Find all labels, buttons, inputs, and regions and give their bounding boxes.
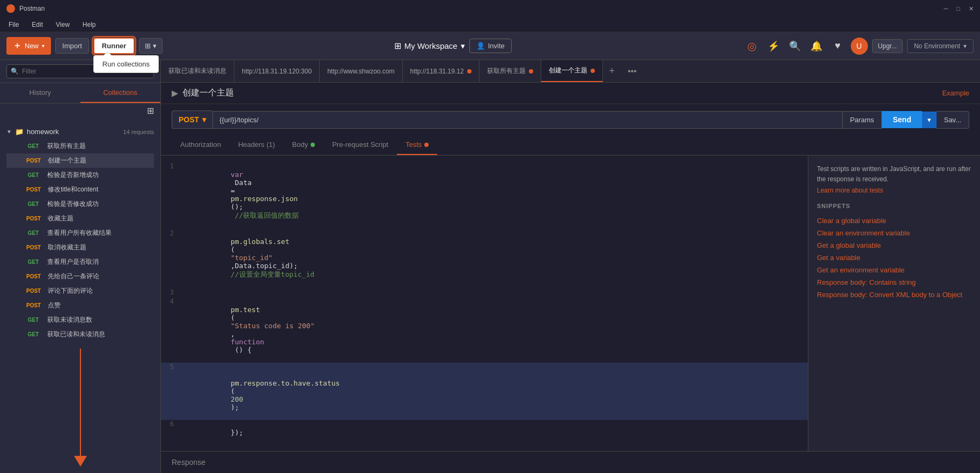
heart-button[interactable]: ♥	[829, 38, 846, 55]
req-tab[interactable]: http://www.shwzoo.com	[320, 60, 402, 82]
menu-file[interactable]: File	[6, 20, 21, 29]
close-btn[interactable]: ✕	[969, 5, 974, 12]
request-item[interactable]: POST 先给自己一条评论	[6, 269, 154, 284]
workspace-button[interactable]: ⊞ My Workspace ▾	[394, 41, 465, 51]
sub-tab-authorization[interactable]: Authorization	[172, 135, 230, 155]
method-label: POST	[179, 115, 199, 124]
request-item[interactable]: POST 创建一个主题	[6, 153, 154, 168]
new-label: New	[25, 42, 39, 50]
bell-icon: 🔔	[810, 40, 822, 52]
main-layout: 🔍 History Collections ⊞ ▼ 📁 homework	[0, 60, 980, 473]
snippet-item[interactable]: Get an environment variable	[817, 264, 971, 276]
menu-edit[interactable]: Edit	[30, 20, 45, 29]
find-button[interactable]: 🔍	[786, 38, 804, 55]
sub-tab-body[interactable]: Body	[284, 135, 324, 155]
sub-tab-tests[interactable]: Tests	[397, 135, 437, 155]
url-input[interactable]	[212, 111, 843, 129]
req-tab[interactable]: 获取已读和未读消息	[161, 60, 234, 82]
req-tab[interactable]: http://118.31.19.12	[403, 60, 480, 82]
sync-icon-button[interactable]: ◎	[743, 38, 761, 55]
send-caret-button[interactable]: ▾	[922, 112, 937, 128]
request-name: 点赞	[48, 301, 61, 310]
grid-icon: ⊞	[394, 41, 401, 51]
workspace-caret: ▾	[461, 41, 465, 51]
menu-view[interactable]: View	[54, 20, 72, 29]
minimize-btn[interactable]: ─	[944, 5, 948, 12]
menu-help[interactable]: Help	[80, 20, 98, 29]
tab-label: http://118.31.19.120:300	[242, 68, 312, 75]
interceptor-button[interactable]: ⚡	[765, 38, 782, 55]
request-item[interactable]: POST 评论下面的评论	[6, 284, 154, 298]
method-select[interactable]: POST ▾	[172, 110, 212, 129]
tab-bar: 获取已读和未读消息 http://118.31.19.120:300 http:…	[161, 60, 980, 83]
learn-more-link[interactable]: Learn more about tests	[817, 187, 971, 194]
request-name: 获取未读消息数	[47, 315, 92, 324]
collection-header[interactable]: ▼ 📁 homework 14 requests	[6, 124, 154, 139]
method-badge: POST	[24, 186, 43, 194]
request-item[interactable]: POST 修改title和content	[6, 182, 154, 197]
import-label: Import	[62, 42, 82, 50]
params-button[interactable]: Params	[843, 111, 882, 129]
titlebar: Postman ─ □ ✕	[0, 0, 980, 17]
method-badge: POST	[24, 287, 43, 295]
save-label: Sav...	[944, 116, 961, 124]
request-item[interactable]: GET 获取所有主题	[6, 139, 154, 153]
snippet-item[interactable]: Get a global variable	[817, 239, 971, 252]
request-item[interactable]: GET 获取已读和未读消息	[6, 327, 154, 342]
save-button[interactable]: Sav...	[937, 111, 969, 129]
snippet-item[interactable]: Get a variable	[817, 252, 971, 264]
request-item[interactable]: POST 点赞	[6, 298, 154, 313]
new-button[interactable]: ＋ New ▾	[6, 37, 51, 55]
upgrade-button[interactable]: Upgr...	[872, 39, 903, 53]
add-collection-button[interactable]: ⊞	[147, 106, 154, 116]
runner-button[interactable]: Runner	[93, 38, 135, 54]
snippet-item[interactable]: Response body: Contains string	[817, 276, 971, 289]
send-button[interactable]: Send	[882, 111, 922, 128]
sub-tab-prerequest[interactable]: Pre-request Script	[323, 135, 397, 155]
body-dot	[311, 143, 315, 147]
snippet-item[interactable]: Clear a global variable	[817, 215, 971, 227]
request-item[interactable]: GET 查看用户所有收藏结果	[6, 226, 154, 240]
maximize-btn[interactable]: □	[956, 5, 960, 12]
request-item[interactable]: POST 取消收藏主题	[6, 240, 154, 255]
caret-icon: ▾	[42, 43, 45, 49]
avatar[interactable]: U	[851, 38, 868, 55]
req-tab[interactable]: http://118.31.19.120:300	[234, 60, 320, 82]
code-line: 6 });	[161, 420, 808, 445]
add-icon: ⊞	[147, 106, 154, 115]
tab-history[interactable]: History	[0, 83, 80, 103]
sidebar: 🔍 History Collections ⊞ ▼ 📁 homework	[0, 60, 161, 473]
layout-button[interactable]: ⊞ ▾	[139, 38, 163, 54]
code-editor[interactable]: 1 var Data = pm.response.json (); //获取返回…	[161, 156, 808, 451]
notification-button[interactable]: 🔔	[808, 38, 825, 55]
tab-add-button[interactable]: +	[603, 65, 622, 77]
tab-more-button[interactable]: •••	[621, 66, 643, 76]
request-item[interactable]: POST 收藏主题	[6, 211, 154, 226]
code-line: 4 pm.test ( "Status code is 200" , funct…	[161, 297, 808, 363]
sub-tab-headers[interactable]: Headers (1)	[230, 135, 284, 155]
request-item[interactable]: GET 查看用户是否取消	[6, 255, 154, 269]
request-item[interactable]: GET 检验是否修改成功	[6, 197, 154, 211]
tab-collections[interactable]: Collections	[80, 83, 161, 103]
request-name: 查看用户所有收藏结果	[47, 228, 112, 238]
tab-label: http://118.31.19.12	[410, 68, 464, 75]
env-dropdown[interactable]: No Environment ▾	[907, 39, 974, 53]
invite-button[interactable]: 👤 Invite	[469, 39, 512, 53]
sync-icon: ◎	[747, 40, 756, 53]
snippet-item[interactable]: Response body: Convert XML body to a Obj…	[817, 289, 971, 301]
snippet-item[interactable]: Clear an environment variable	[817, 227, 971, 239]
runner-tooltip: Run collections	[93, 55, 159, 73]
subtab-label: Headers (1)	[238, 141, 275, 149]
example-link[interactable]: Example	[942, 87, 969, 99]
req-tab[interactable]: 获取所有主题	[480, 60, 541, 82]
search-icon: 🔍	[11, 68, 19, 75]
import-button[interactable]: Import	[55, 38, 89, 54]
method-badge: GET	[24, 142, 43, 150]
code-line: 2 pm.globals.set ( "topic_id" ,Data.topi…	[161, 229, 808, 288]
request-item[interactable]: GET 获取未读消息数	[6, 313, 154, 327]
req-tab-active[interactable]: 创建一个主题	[541, 60, 603, 82]
request-bar: POST ▾ Params Send ▾ Sav...	[161, 104, 980, 135]
request-item[interactable]: GET 检验是否新增成功	[6, 168, 154, 182]
heart-icon: ♥	[835, 40, 841, 51]
workspace-label: My Workspace	[404, 41, 458, 50]
